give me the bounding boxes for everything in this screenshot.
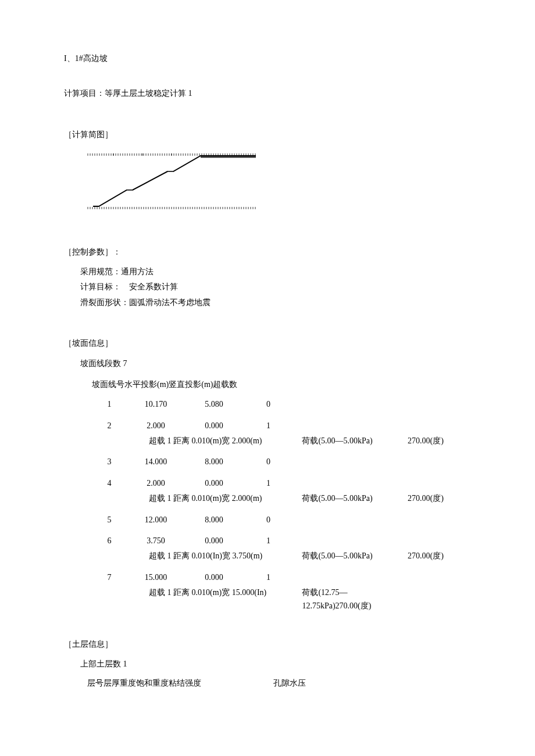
- cell-index: 2: [92, 420, 127, 432]
- overload-detail-row: 超载 1 距离 0.010(m)宽 2.000(m)荷载(5.00—5.00kP…: [120, 435, 471, 447]
- overload-angle: 270.00(度): [408, 492, 471, 505]
- table-row: 63.7500.0001: [92, 535, 471, 547]
- slope-diagram-svg: [81, 148, 256, 218]
- cell-vproj: 5.080: [185, 398, 243, 411]
- soil-header-right: 孔隙水压: [273, 677, 390, 690]
- slope-table: 110.1705.080022.0000.0001超载 1 距离 0.010(m…: [92, 398, 471, 612]
- cell-overload: 1: [266, 535, 383, 547]
- cell-hproj: 2.000: [127, 477, 185, 490]
- overload-load: 荷载(5.00—5.00kPa): [302, 435, 408, 447]
- overload-gap: [281, 435, 302, 447]
- cell-index: 4: [92, 477, 127, 490]
- control-target: 计算目标： 安全系数计算: [64, 281, 471, 293]
- cell-vproj: 0.000: [185, 571, 243, 584]
- slope-heading: ［坡面信息］: [64, 337, 471, 350]
- cell-overload: 0: [266, 456, 383, 468]
- control-target-label: 计算目标：: [80, 282, 121, 291]
- table-row: 42.0000.0001: [92, 477, 471, 490]
- cell-vproj: 8.000: [185, 514, 243, 526]
- cell-hproj: 12.000: [127, 514, 185, 526]
- cell-vproj: 0.000: [185, 477, 243, 490]
- cell-overload: 1: [266, 571, 383, 584]
- cell-overload: 1: [266, 420, 383, 432]
- cell-gap: [243, 514, 266, 526]
- overload-span: 超载 1 距离 0.010(In)宽 3.750(m): [120, 550, 281, 562]
- slope-info: ［坡面信息］ 坡面线段数 7 坡面线号水平投影(m)竖直投影(m)超载数 110…: [64, 337, 471, 612]
- overload-load: 荷载(12.75—12.75kPa)270.00(度): [302, 586, 408, 612]
- cell-gap: [243, 398, 266, 411]
- overload-gap: [281, 586, 302, 612]
- cell-gap: [243, 456, 266, 468]
- table-row: 512.0008.0000: [92, 514, 471, 526]
- overload-gap: [281, 492, 302, 505]
- control-spec-label: 采用规范：: [80, 267, 121, 276]
- control-shape-value: 圆弧滑动法不考虑地震: [129, 298, 211, 307]
- cell-gap: [243, 477, 266, 490]
- overload-span: 超载 1 距离 0.010(m)宽 2.000(m): [120, 435, 281, 447]
- cell-overload: 0: [266, 398, 383, 411]
- cell-index: 5: [92, 514, 127, 526]
- table-row: 22.0000.0001: [92, 420, 471, 432]
- cell-index: 1: [92, 398, 127, 411]
- overload-span: 超载 1 距离 0.010(m)宽 15.000(In): [120, 586, 281, 612]
- control-shape: 滑裂面形状：圆弧滑动法不考虑地震: [64, 296, 471, 309]
- control-heading: ［控制参数］：: [64, 246, 471, 259]
- soil-count: 上部土层数 1: [80, 658, 471, 671]
- overload-angle: [408, 586, 471, 612]
- diagram-heading: ［计算简图］: [64, 128, 471, 141]
- control-spec-value: 通用方法: [121, 267, 154, 276]
- soil-header-left: 层号层厚重度饱和重度粘结强度: [87, 677, 273, 690]
- cell-index: 3: [92, 456, 127, 468]
- overload-span: 超载 1 距离 0.010(m)宽 2.000(m): [120, 492, 281, 505]
- cell-hproj: 15.000: [127, 571, 185, 584]
- slope-table-header: 坡面线号水平投影(m)竖直投影(m)超载数: [92, 378, 471, 391]
- table-row: 314.0008.0000: [92, 456, 471, 468]
- cell-vproj: 8.000: [185, 456, 243, 468]
- table-row: 715.0000.0001: [92, 571, 471, 584]
- slope-count: 坡面线段数 7: [80, 357, 471, 370]
- control-shape-label: 滑裂面形状：: [80, 298, 129, 307]
- control-spec: 采用规范：通用方法: [64, 266, 471, 278]
- overload-load: 荷载(5.00—5.00kPa): [302, 550, 408, 562]
- cell-hproj: 14.000: [127, 456, 185, 468]
- soil-info: ［土层信息］ 上部土层数 1 层号层厚重度饱和重度粘结强度 孔隙水压: [64, 638, 471, 690]
- cell-overload: 0: [266, 514, 383, 526]
- cell-index: 7: [92, 571, 127, 584]
- cell-hproj: 10.170: [127, 398, 185, 411]
- control-params: ［控制参数］： 采用规范：通用方法 计算目标： 安全系数计算 滑裂面形状：圆弧滑…: [64, 246, 471, 310]
- cell-index: 6: [92, 535, 127, 547]
- overload-detail-row: 超载 1 距离 0.010(m)宽 15.000(In)荷载(12.75—12.…: [120, 586, 471, 612]
- calc-diagram: [81, 148, 471, 222]
- overload-detail-row: 超载 1 距离 0.010(m)宽 2.000(m)荷载(5.00—5.00kP…: [120, 492, 471, 505]
- cell-overload: 1: [266, 477, 383, 490]
- overload-detail-row: 超载 1 距离 0.010(In)宽 3.750(m)荷载(5.00—5.00k…: [120, 550, 471, 562]
- cell-gap: [243, 420, 266, 432]
- overload-angle: 270.00(度): [408, 435, 471, 447]
- cell-hproj: 3.750: [127, 535, 185, 547]
- control-target-value: 安全系数计算: [129, 282, 178, 291]
- soil-heading: ［土层信息］: [64, 638, 471, 651]
- table-row: 110.1705.0800: [92, 398, 471, 411]
- cell-gap: [243, 535, 266, 547]
- overload-gap: [281, 550, 302, 562]
- soil-header-row: 层号层厚重度饱和重度粘结强度 孔隙水压: [87, 677, 471, 690]
- cell-hproj: 2.000: [127, 420, 185, 432]
- overload-angle: 270.00(度): [408, 550, 471, 562]
- cell-vproj: 0.000: [185, 535, 243, 547]
- calc-project: 计算项目：等厚土层土坡稳定计算 1: [64, 87, 471, 100]
- page-title: I、1#高边坡: [64, 52, 471, 65]
- overload-load: 荷载(5.00—5.00kPa): [302, 492, 408, 505]
- cell-vproj: 0.000: [185, 420, 243, 432]
- cell-gap: [243, 571, 266, 584]
